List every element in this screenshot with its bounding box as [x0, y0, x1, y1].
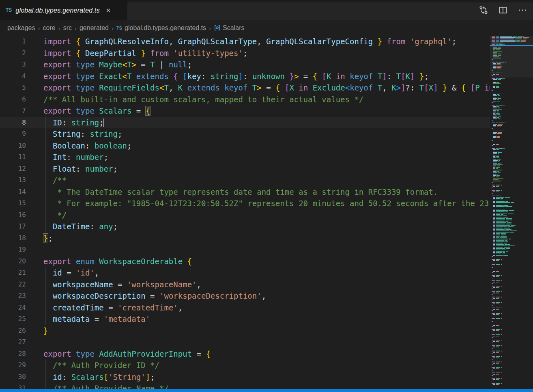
code-line[interactable]: 5export type RequireFields<T, K extends …: [0, 82, 490, 94]
code-line[interactable]: 7export type Scalars = {: [0, 105, 490, 117]
code-editor[interactable]: 1import { GraphQLResolveInfo, GraphQLSca…: [0, 36, 490, 389]
code-token: type: [76, 60, 99, 69]
code-line[interactable]: 11 Int: number;: [0, 151, 490, 163]
code-line[interactable]: 6/** All built-in and custom scalars, ma…: [0, 94, 490, 106]
code-token: type: [76, 72, 99, 81]
code-line[interactable]: 2import { DeepPartial } from 'utility-ty…: [0, 47, 490, 59]
code-token: ?:: [406, 83, 419, 92]
code-line[interactable]: 13 /**: [0, 174, 490, 186]
code-token: ;: [127, 141, 131, 150]
breadcrumb-symbol[interactable]: Scalars: [223, 24, 244, 32]
code-token: * For example: "1985-04-12T23:20:50.52Z"…: [43, 199, 490, 208]
code-line[interactable]: 17 DateTime: any;: [0, 221, 490, 233]
editor-tab[interactable]: TS global.db.types.generated.ts ✕: [0, 0, 127, 20]
split-editor-icon[interactable]: [498, 5, 508, 15]
code-line[interactable]: 25 metadata = 'metadata': [0, 313, 490, 325]
code-token: Exact: [99, 72, 122, 81]
code-token: >: [294, 72, 299, 81]
code-token: /** All built-in and custom scalars, map…: [43, 95, 363, 104]
code-line[interactable]: 1import { GraphQLResolveInfo, GraphQLSca…: [0, 36, 490, 47]
line-number: 18: [0, 233, 26, 244]
code-token: K: [391, 83, 396, 92]
code-text: Float: number;: [43, 163, 118, 175]
code-token: 'metadata': [104, 314, 150, 323]
code-line[interactable]: 27: [0, 336, 490, 348]
code-token: Exclude: [313, 83, 345, 92]
code-token: /**: [43, 176, 67, 185]
breadcrumb-item[interactable]: src: [63, 24, 72, 32]
code-token: string: [211, 72, 239, 81]
code-line[interactable]: 22 workspaceName = 'workspaceName',: [0, 279, 490, 291]
code-token: ;: [113, 164, 118, 173]
code-line[interactable]: 19: [0, 244, 490, 256]
code-token: export: [43, 83, 76, 92]
typescript-file-icon: TS: [6, 7, 12, 13]
code-line[interactable]: 16 */: [0, 209, 490, 221]
code-token: in: [331, 72, 350, 81]
code-text: export enum WorkspaceOrderable {: [43, 256, 192, 267]
code-token: =: [262, 83, 275, 92]
code-token: workspaceName: [43, 280, 113, 289]
code-line[interactable]: 3export type Maybe<T> = T | null;: [0, 59, 490, 71]
chevron-right-icon: ›: [112, 25, 114, 32]
line-number: 21: [0, 267, 26, 279]
code-line[interactable]: 14 * The DateTime scalar type represents…: [0, 186, 490, 198]
code-line[interactable]: 20export enum WorkspaceOrderable {: [0, 256, 490, 267]
code-token: export: [43, 349, 76, 358]
code-text: id: Scalars['String'];: [43, 371, 155, 383]
code-token: T: [252, 83, 257, 92]
code-token: [: [471, 83, 475, 92]
code-line[interactable]: 15 * For example: "1985-04-12T23:20:50.5…: [0, 198, 490, 209]
code-token: ]: [146, 373, 150, 381]
code-token: ID: [43, 118, 62, 127]
breadcrumb-item[interactable]: packages: [7, 24, 35, 32]
code-token: ,: [169, 37, 173, 46]
more-actions-icon[interactable]: [518, 5, 527, 15]
close-icon[interactable]: ✕: [106, 7, 111, 13]
code-line[interactable]: 28export type AddAuthProviderInput = {: [0, 348, 490, 360]
code-token: Scalars: [99, 106, 131, 115]
line-number: 19: [0, 244, 26, 256]
code-token: from: [146, 49, 174, 58]
code-token: }: [289, 72, 294, 81]
code-line[interactable]: 8 ID: string;: [0, 117, 490, 129]
breadcrumb-item[interactable]: core: [43, 24, 56, 32]
code-token: String: [43, 129, 81, 138]
minimap-slider[interactable]: [490, 36, 533, 78]
compare-changes-icon[interactable]: [479, 5, 488, 15]
code-line[interactable]: 9 String: string;: [0, 128, 490, 140]
line-number: 6: [0, 94, 26, 106]
line-number: 10: [0, 140, 26, 152]
code-line[interactable]: 24 createdTime = 'createdTime',: [0, 302, 490, 314]
breadcrumb-file[interactable]: global.db.types.generated.ts: [125, 24, 206, 32]
code-line[interactable]: 21 id = 'id',: [0, 267, 490, 279]
text-cursor: [103, 118, 104, 127]
code-token: =: [62, 268, 76, 277]
code-text: };: [43, 233, 53, 244]
code-token: ;: [104, 153, 108, 162]
code-text: * For example: "1985-04-12T23:20:50.52Z"…: [43, 198, 490, 209]
code-token: Int: [43, 153, 67, 162]
code-line[interactable]: 4export type Exact<T extends { [key: str…: [0, 71, 490, 82]
code-line[interactable]: 18};: [0, 233, 490, 244]
typescript-file-icon: TS: [116, 26, 122, 30]
breadcrumb: packages›core›src›generated›TSglobal.db.…: [0, 20, 533, 36]
code-token: <: [345, 83, 350, 92]
code-token: T: [378, 72, 382, 81]
code-token: ;: [113, 222, 118, 231]
minimap[interactable]: [490, 36, 533, 389]
code-line[interactable]: 29 /** Auth Provider ID */: [0, 360, 490, 371]
code-line[interactable]: 23 workspaceDescription = 'workspaceDesc…: [0, 290, 490, 302]
code-token: WorkspaceOrderable: [99, 257, 187, 266]
code-token: [178, 72, 183, 81]
code-token: extends keyof: [183, 83, 252, 92]
code-text: metadata = 'metadata': [43, 313, 150, 325]
code-token: T: [127, 60, 131, 69]
code-token: ]: [239, 72, 243, 81]
code-line[interactable]: 12 Float: number;: [0, 163, 490, 175]
code-line[interactable]: 30 id: Scalars['String'];: [0, 371, 490, 383]
code-line[interactable]: 26}: [0, 325, 490, 337]
breadcrumb-item[interactable]: generated: [80, 24, 109, 32]
code-line[interactable]: 10 Boolean: boolean;: [0, 140, 490, 152]
code-line[interactable]: 31 /** Auth Provider Name */: [0, 383, 490, 389]
